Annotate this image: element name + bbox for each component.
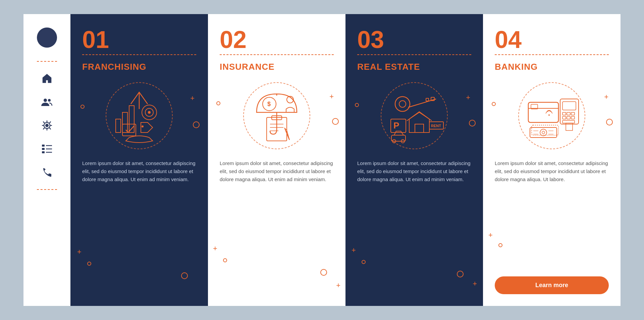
svg-point-58 <box>542 131 545 134</box>
card-divider <box>220 54 334 55</box>
list-icon[interactable] <box>40 142 54 156</box>
deco-plus: + <box>213 245 217 252</box>
svg-text:RENT: RENT <box>431 124 441 128</box>
svg-point-30 <box>399 101 406 107</box>
deco-plus: + <box>473 280 477 287</box>
svg-point-45 <box>548 114 550 116</box>
card-divider <box>495 54 609 55</box>
svg-rect-49 <box>567 112 570 115</box>
svg-rect-50 <box>571 112 575 115</box>
deco-plus: + <box>488 231 493 239</box>
deco-circle <box>223 258 227 262</box>
svg-rect-42 <box>528 102 558 122</box>
svg-point-57 <box>540 129 547 136</box>
card-divider <box>357 54 471 55</box>
svg-rect-47 <box>562 102 576 110</box>
svg-rect-33 <box>426 98 429 101</box>
card-title: BANKING <box>495 62 609 72</box>
svg-rect-6 <box>42 151 45 153</box>
phone-icon[interactable] <box>40 166 54 179</box>
deco-circle <box>181 272 188 279</box>
svg-rect-53 <box>571 116 575 119</box>
svg-text:$: $ <box>267 101 271 107</box>
svg-rect-39 <box>391 135 406 141</box>
banking-illustration <box>495 79 609 153</box>
sidebar <box>23 14 70 306</box>
svg-point-29 <box>395 97 410 111</box>
card-number: 01 <box>82 28 196 52</box>
card-title: FRANCHISING <box>82 62 196 72</box>
insurance-illustration: $ <box>220 79 334 153</box>
deco-plus: + <box>336 282 340 289</box>
deco-circle <box>457 271 464 277</box>
svg-point-16 <box>148 111 151 114</box>
svg-rect-52 <box>567 116 570 119</box>
card-insurance: + + + 02 INSURANCE $ <box>208 14 345 306</box>
svg-rect-4 <box>42 145 45 147</box>
card-banking: + + 04 BANKING <box>483 14 621 306</box>
deco-circle <box>320 269 327 276</box>
svg-rect-34 <box>415 124 424 132</box>
card-real-estate: + + + 03 REAL ESTATE <box>345 14 483 306</box>
card-number: 02 <box>220 28 334 52</box>
card-number: 04 <box>495 28 609 52</box>
deco-circle <box>87 262 91 266</box>
main-container: + + 01 FRANCHISING <box>23 14 621 306</box>
learn-more-button[interactable]: Learn more <box>495 276 609 294</box>
card-description: Lorem ipsum dolor sit amet, consectetur … <box>495 159 609 270</box>
svg-rect-51 <box>562 116 566 119</box>
card-franchising: + + 01 FRANCHISING <box>70 14 208 306</box>
cards-container: + + 01 FRANCHISING <box>70 14 621 306</box>
card-description: Lorem ipsum dolor sit amet, consectetur … <box>220 159 334 294</box>
card-description: Lorem ipsum dolor sit amet, consectetur … <box>82 159 196 294</box>
svg-rect-48 <box>562 112 566 115</box>
deco-circle <box>498 243 502 247</box>
svg-point-2 <box>45 124 49 127</box>
svg-point-1 <box>48 99 51 102</box>
card-description: Lorem ipsum dolor sit amet, consectetur … <box>357 159 471 294</box>
svg-rect-63 <box>532 125 558 135</box>
svg-point-17 <box>142 125 144 127</box>
card-number: 03 <box>357 28 471 52</box>
home-icon[interactable] <box>40 72 54 85</box>
svg-point-0 <box>44 99 47 102</box>
svg-rect-54 <box>562 120 575 123</box>
svg-text:P: P <box>393 120 399 130</box>
svg-line-31 <box>408 99 436 107</box>
people-icon[interactable] <box>40 95 54 109</box>
card-title: INSURANCE <box>220 62 334 72</box>
gear-icon[interactable] <box>40 119 54 132</box>
franchising-illustration <box>82 79 196 153</box>
real-estate-illustration: P RENT <box>357 79 471 153</box>
sidebar-divider-bottom <box>37 189 57 190</box>
sidebar-logo-circle <box>37 28 57 48</box>
deco-circle <box>362 260 366 264</box>
card-divider <box>82 54 196 55</box>
deco-plus: + <box>77 248 82 256</box>
sidebar-divider <box>37 61 57 62</box>
card-title: REAL ESTATE <box>357 62 471 72</box>
deco-plus: + <box>352 247 356 254</box>
svg-rect-5 <box>42 148 45 150</box>
svg-rect-11 <box>122 112 127 132</box>
svg-rect-10 <box>116 119 121 132</box>
